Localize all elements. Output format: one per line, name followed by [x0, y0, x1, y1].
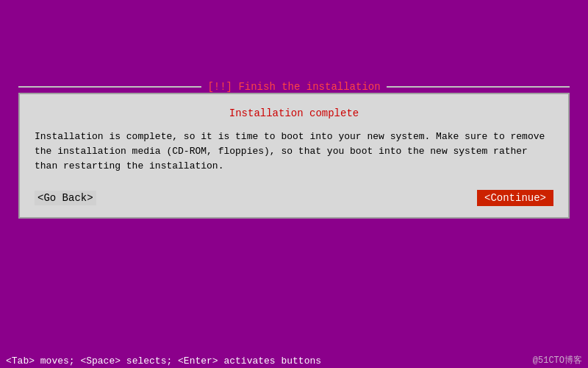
installation-message: Installation is complete, so it is time … — [35, 130, 553, 174]
continue-button[interactable]: <Continue> — [477, 190, 553, 206]
dialog-wrapper: [!!] Finish the installation Installatio… — [18, 81, 570, 219]
go-back-button[interactable]: <Go Back> — [35, 191, 96, 205]
button-row: <Go Back> <Continue> — [35, 190, 553, 206]
watermark: @51CTO博客 — [533, 354, 582, 367]
status-bar-text: <Tab> moves; <Space> selects; <Enter> ac… — [6, 355, 321, 367]
dialog-title: [!!] Finish the installation — [201, 81, 386, 93]
dialog-box: Installation complete Installation is co… — [18, 93, 570, 219]
status-bar: <Tab> moves; <Space> selects; <Enter> ac… — [0, 353, 588, 368]
installation-complete-title: Installation complete — [35, 107, 553, 119]
